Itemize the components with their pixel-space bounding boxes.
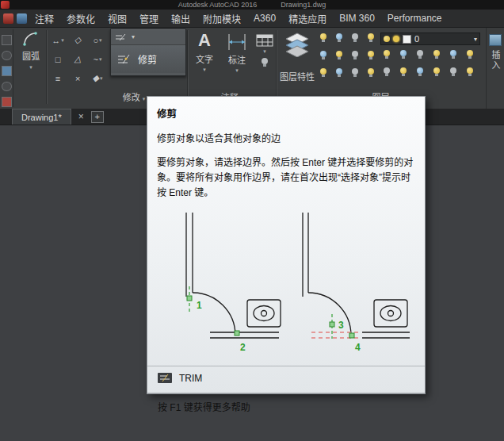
ribbon-tab-featured-apps[interactable]: 精选应用 [282,10,333,27]
layer-current-icon[interactable] [349,67,361,79]
annotation-panel: A 文字 ▾ 标注 ▾ ▾ [189,30,276,74]
dimension-tool-label: 标注 [228,53,246,66]
chevron-down-icon[interactable]: ▾ [235,67,239,74]
chevron-down-icon[interactable]: ▾ [29,64,32,71]
marker-1: 1 [197,300,202,311]
layer-on-icon[interactable] [317,67,330,79]
trim-button[interactable]: 修剪 [111,45,185,73]
insert-block-icon [489,34,502,46]
table-tool[interactable]: ▾ [254,30,276,74]
stretch-tool-icon[interactable]: ~▾ [88,50,107,68]
marker-2: 2 [240,342,246,353]
layer-thaw-icon[interactable] [365,49,377,62]
app-title: Autodesk AutoCAD 2016 [178,1,258,9]
current-layer-value: 0 [414,34,419,44]
autocad-window: Autodesk AutoCAD 2016 Drawing1.dwg 注释 参数… [0,0,504,441]
layer-match-icon[interactable] [317,49,330,62]
erase-tool-icon[interactable]: × [68,69,87,87]
app-menu-icon[interactable] [3,13,13,24]
ribbon-tab-performance[interactable]: Performance [381,10,449,27]
layer-tool-icon[interactable] [414,66,426,79]
chevron-down-icon[interactable]: ▾ [132,33,135,40]
layer-off-icon[interactable] [317,32,330,44]
leader-tool-icon[interactable] [258,56,271,69]
layer-state-icon[interactable] [365,67,377,79]
ribbon-tab-a360[interactable]: A360 [247,10,282,27]
insert-panel-stub[interactable]: 插入 [486,28,504,109]
layer-tool-icon[interactable] [414,48,426,61]
ribbon-tab-bim360[interactable]: BIM 360 [333,10,381,27]
layer-tool-icon[interactable] [430,48,443,61]
ellipse-tool-icon[interactable] [2,82,12,92]
chevron-down-icon[interactable]: ▾ [263,48,266,55]
hatch-tool-icon[interactable] [2,66,12,76]
document-title: Drawing1.dwg [281,1,326,9]
layer-color-swatch [403,35,411,44]
fillet-tool-icon[interactable]: ◆▾ [88,69,107,87]
layer-walk-icon[interactable] [349,49,361,62]
title-bar: Autodesk AutoCAD 2016 Drawing1.dwg [0,0,504,10]
layer-bulb-icon [384,36,390,42]
spline-tool-icon[interactable] [2,35,12,45]
array-tool-icon[interactable]: ≡ [48,69,67,87]
arc-tool[interactable]: 圆弧 ▾ [15,31,47,71]
dimension-tool[interactable]: 标注 ▾ [220,30,254,74]
close-tab-icon[interactable]: × [76,111,86,122]
app-logo-icon[interactable] [1,1,10,9]
layer-select-dropdown[interactable]: 0 ▾ [380,33,480,45]
ribbon-tab-addins[interactable]: 附加模块 [197,10,247,27]
mirror-tool-icon[interactable]: △ [68,50,87,68]
grip-squares [187,296,354,338]
trim-button-label: 修剪 [138,52,157,66]
layer-lock-icon[interactable] [365,32,377,44]
circle-tool-icon[interactable] [2,51,12,61]
trim-icon [116,54,132,64]
layer-tools-grid-right [380,48,479,82]
layer-tool-icon[interactable] [397,66,410,79]
rotate-tool-icon[interactable]: ◇ [68,31,87,49]
layer-isolate-icon[interactable] [333,32,346,44]
new-tab-button[interactable]: + [91,111,104,123]
layer-properties-button[interactable] [281,32,313,57]
marker-4: 4 [355,342,361,353]
ribbon-tab-output[interactable]: 输出 [165,10,197,27]
scale-tool-icon[interactable]: ○▾ [88,31,107,49]
layer-prev-icon[interactable] [333,49,346,62]
panel-separator [187,30,188,104]
layer-tool-icon[interactable] [447,48,460,61]
arc-icon [22,31,40,47]
copy-tool-icon[interactable]: □ [48,50,67,68]
ribbon-tab-manage[interactable]: 管理 [133,10,165,27]
region-tool-icon[interactable] [2,97,12,107]
layer-freeze-icon[interactable] [349,32,361,44]
mtext-icon: A [198,30,211,51]
layer-tool-icon[interactable] [447,66,460,79]
ribbon-tab-parametric[interactable]: 参数化 [60,10,101,27]
layer-tool-icon[interactable] [464,48,476,61]
move-tool-icon[interactable]: ↔▾ [48,31,67,49]
layer-tool-icon[interactable] [397,48,410,61]
layer-tools-grid-left [317,32,380,83]
layer-tool-icon[interactable] [430,66,443,79]
dimension-icon [227,33,247,52]
table-icon [256,34,273,47]
document-tab-drawing1[interactable]: Drawing1* [12,109,71,125]
layer-unlock-icon[interactable] [333,67,346,79]
tooltip-help-text: 按 F1 键获得更多帮助 [157,393,415,415]
layer-sun-icon [393,36,399,42]
ribbon-tab-annotate[interactable]: 注释 [29,10,60,27]
text-tool[interactable]: A 文字 ▾ [189,30,220,74]
layer-tool-icon[interactable] [464,66,476,79]
layer-tool-icon[interactable] [380,48,393,61]
layer-properties-label: 图层特性 [280,72,315,82]
panel-flyout-arrow-icon: ▾ [143,96,146,102]
trim-tooltip: 修剪 修剪对象以适合其他对象的边 要修剪对象，请选择边界。然后按 Enter 键… [147,96,426,394]
modify-tool-grid: ↔▾ ◇ ○▾ □ △ ~▾ ≡ × ◆▾ [48,31,110,87]
trim-flyout-header[interactable]: ▾ [111,29,185,45]
document-tab-label: Drawing1* [21,113,62,122]
layer-tool-icon[interactable] [380,66,393,79]
ribbon-tab-bar: 注释 参数化 视图 管理 输出 附加模块 A360 精选应用 BIM 360 P… [0,10,504,28]
workspace-icon[interactable] [17,13,27,24]
chevron-down-icon[interactable]: ▾ [203,67,206,73]
ribbon-tab-view[interactable]: 视图 [101,10,133,27]
